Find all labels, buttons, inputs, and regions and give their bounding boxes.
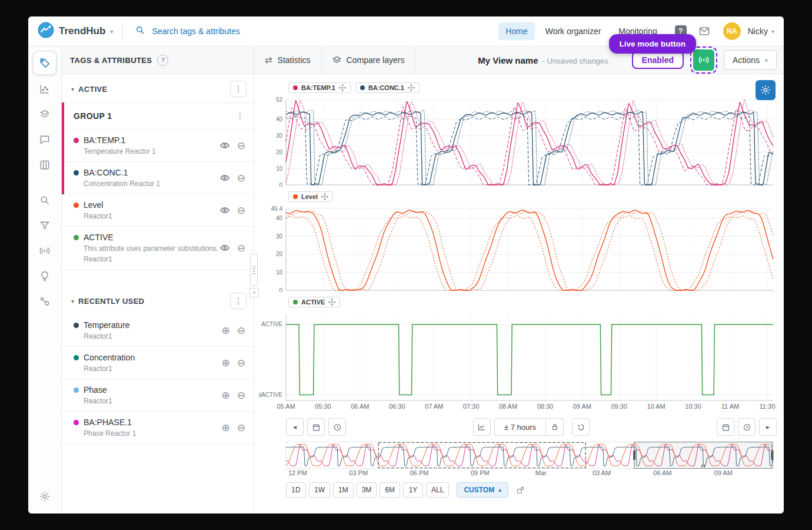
visibility-eye-icon[interactable] bbox=[219, 141, 230, 150]
timeline-overview: 12 PM03 PM06 PM09 PMMar03 AM06 AM09 AM bbox=[259, 442, 777, 478]
overview-time-labels: 12 PM03 PM06 PM09 PMMar03 AM06 AM09 AM bbox=[259, 469, 777, 478]
live-mode-button[interactable] bbox=[693, 49, 714, 71]
time-end-button[interactable] bbox=[738, 418, 756, 436]
legend-chip-level[interactable]: Level bbox=[288, 191, 333, 202]
chevron-down-icon: ▾ bbox=[765, 57, 768, 64]
trend-scale-button[interactable] bbox=[473, 418, 491, 436]
remove-circle-icon[interactable]: ⊖ bbox=[237, 423, 245, 433]
trend-chart-level[interactable]: 45.4403020100 bbox=[259, 205, 777, 292]
tab-compare-layers[interactable]: Compare layers bbox=[322, 47, 416, 74]
collapse-triangle-icon[interactable]: ▾ bbox=[71, 86, 74, 92]
panel-resizer-handle[interactable] bbox=[250, 254, 258, 286]
tag-row-ba-temp-1[interactable]: BA:TEMP.1 Temperature Reactor 1 ⊖ bbox=[64, 130, 254, 162]
overview-time-label: 03 PM bbox=[349, 469, 368, 476]
calendar-start-button[interactable] bbox=[307, 418, 325, 436]
layers-rail-button[interactable] bbox=[34, 103, 56, 125]
legend-row-chart-1: BA:TEMP.1 BA:CONC.1 bbox=[288, 81, 779, 94]
remove-circle-icon[interactable]: ⊖ bbox=[237, 206, 245, 216]
lightbulb-rail-button[interactable] bbox=[34, 265, 56, 287]
remove-circle-icon[interactable]: ⊖ bbox=[237, 326, 245, 336]
trend-chart-temperature-concentration[interactable]: 52403020100 bbox=[259, 96, 777, 187]
collapse-triangle-icon[interactable]: ▾ bbox=[71, 298, 74, 304]
node-graph-rail-button[interactable] bbox=[34, 290, 56, 313]
mail-icon[interactable] bbox=[698, 25, 710, 37]
preset-1d[interactable]: 1D bbox=[286, 482, 306, 498]
search-input[interactable] bbox=[151, 26, 312, 37]
series-color-dot bbox=[293, 194, 298, 199]
pan-left-button[interactable]: ◂ bbox=[286, 418, 304, 436]
history-refresh-button[interactable] bbox=[572, 418, 590, 436]
remove-circle-icon[interactable]: ⊖ bbox=[237, 390, 245, 400]
move-icon[interactable] bbox=[339, 84, 346, 91]
tag-row-temperature[interactable]: Temperature Reactor1 ⊕ ⊖ bbox=[62, 314, 254, 347]
user-name[interactable]: Nicky bbox=[748, 26, 768, 36]
tag-description: Reactor1 bbox=[84, 365, 222, 373]
legend-chip-ba-temp-1[interactable]: BA:TEMP.1 bbox=[288, 82, 351, 93]
app-window: TrendHub ▾ Home Work organizer Monitorin… bbox=[28, 16, 784, 514]
tag-row-ba-conc-1[interactable]: BA:CONC.1 Concentration Reactor 1 ⊖ bbox=[64, 162, 254, 194]
actions-button[interactable]: Actions ▾ bbox=[724, 50, 777, 70]
settings-rail-button[interactable] bbox=[34, 485, 56, 508]
lock-duration-button[interactable] bbox=[546, 418, 564, 436]
add-circle-icon[interactable]: ⊕ bbox=[222, 423, 230, 433]
panel-collapse-button[interactable]: × bbox=[249, 288, 259, 297]
preset-all[interactable]: ALL bbox=[426, 482, 449, 498]
svg-text:30: 30 bbox=[276, 233, 283, 240]
preset-1m[interactable]: 1M bbox=[333, 482, 354, 498]
remove-circle-icon[interactable]: ⊖ bbox=[237, 141, 245, 151]
tag-row-concentration[interactable]: Concentration Reactor1 ⊕ ⊖ bbox=[62, 347, 254, 379]
scatter-plot-rail-button[interactable] bbox=[34, 78, 56, 100]
preset-1y[interactable]: 1Y bbox=[403, 482, 423, 498]
tag-row-phase[interactable]: Phase Reactor1 ⊕ ⊖ bbox=[62, 379, 254, 412]
nav-home[interactable]: Home bbox=[498, 22, 534, 40]
chevron-down-icon[interactable]: ▾ bbox=[771, 28, 774, 35]
pan-right-button[interactable]: ▸ bbox=[759, 418, 777, 436]
trend-chart-active-state[interactable]: ACTIVEINACTIVE bbox=[259, 310, 777, 402]
add-circle-icon[interactable]: ⊕ bbox=[222, 358, 230, 368]
expand-custom-range-icon[interactable] bbox=[513, 482, 528, 498]
preset-custom[interactable]: CUSTOM ▴ bbox=[457, 482, 508, 498]
visibility-eye-icon[interactable] bbox=[219, 206, 230, 215]
group-1-header[interactable]: GROUP 1 ⋮ bbox=[64, 102, 254, 130]
preset-6m[interactable]: 6M bbox=[380, 482, 400, 498]
move-icon[interactable] bbox=[408, 84, 415, 91]
tags-rail-button[interactable] bbox=[33, 51, 56, 75]
calendar-end-button[interactable] bbox=[717, 418, 734, 436]
search-rail-button[interactable] bbox=[34, 189, 56, 211]
remove-circle-icon[interactable]: ⊖ bbox=[237, 173, 245, 183]
tag-row-ba-phase-1[interactable]: BA:PHASE.1 Phase Reactor 1 ⊕ ⊖ bbox=[62, 412, 254, 444]
comment-rail-button[interactable] bbox=[34, 128, 56, 151]
search-icon bbox=[135, 25, 145, 38]
time-start-button[interactable] bbox=[328, 418, 346, 436]
svg-text:INACTIVE: INACTIVE bbox=[259, 392, 282, 398]
tab-statistics[interactable]: ⇄ Statistics bbox=[254, 47, 322, 74]
chart-settings-button[interactable] bbox=[756, 80, 776, 100]
visibility-eye-icon[interactable] bbox=[219, 243, 230, 253]
visibility-eye-icon[interactable] bbox=[219, 173, 230, 183]
active-section-menu-button[interactable]: ⋮ bbox=[230, 81, 247, 97]
legend-chip-ba-conc-1[interactable]: BA:CONC.1 bbox=[355, 82, 420, 93]
avatar[interactable]: NA bbox=[723, 22, 741, 40]
move-icon[interactable] bbox=[321, 193, 328, 200]
legend-chip-active[interactable]: ACTIVE bbox=[288, 297, 340, 307]
dashboard-rail-button[interactable] bbox=[34, 154, 56, 176]
broadcast-rail-button[interactable] bbox=[34, 240, 56, 262]
preset-1w[interactable]: 1W bbox=[309, 482, 330, 498]
chevron-up-icon: ▴ bbox=[498, 487, 501, 493]
nav-work-organizer[interactable]: Work organizer bbox=[538, 22, 608, 40]
move-icon[interactable] bbox=[328, 299, 335, 306]
panel-help-icon[interactable]: ? bbox=[157, 55, 168, 66]
group-1-menu-button[interactable]: ⋮ bbox=[234, 111, 247, 121]
preset-3m[interactable]: 3M bbox=[357, 482, 377, 498]
duration-label[interactable]: ± 7 hours bbox=[494, 418, 546, 436]
tag-row-level[interactable]: Level Reactor1 ⊖ bbox=[62, 194, 254, 227]
remove-circle-icon[interactable]: ⊖ bbox=[237, 358, 245, 368]
recently-used-menu-button[interactable]: ⋮ bbox=[230, 293, 247, 309]
brand[interactable]: TrendHub ▾ bbox=[38, 22, 113, 41]
filter-rail-button[interactable] bbox=[34, 214, 56, 237]
remove-circle-icon[interactable]: ⊖ bbox=[237, 243, 245, 253]
timeline-overview-strip[interactable] bbox=[259, 442, 777, 469]
tag-row-active[interactable]: ACTIVE This attribute uses parameter sub… bbox=[62, 227, 254, 270]
add-circle-icon[interactable]: ⊕ bbox=[222, 326, 230, 336]
add-circle-icon[interactable]: ⊕ bbox=[222, 390, 230, 400]
